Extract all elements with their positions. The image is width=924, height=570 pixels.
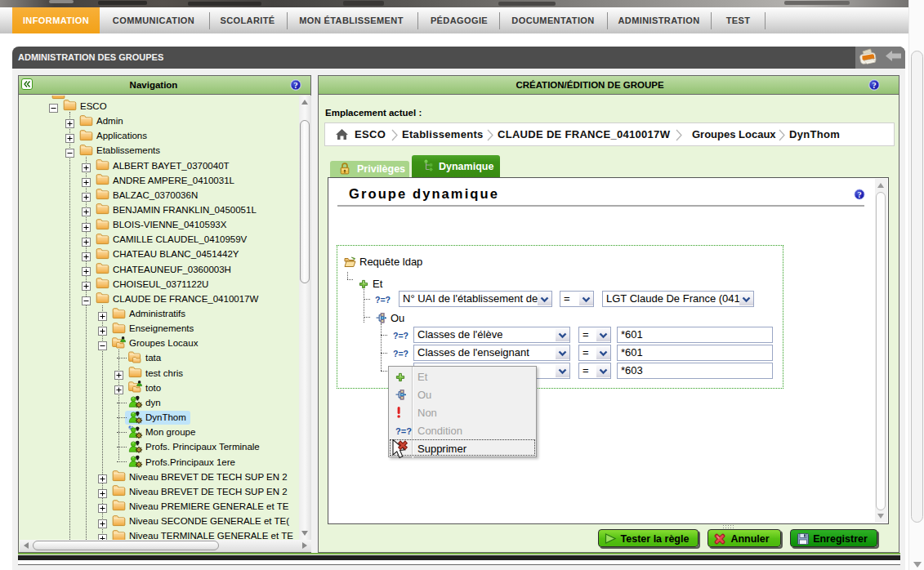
svg-text:?: ? bbox=[857, 190, 861, 199]
svg-text:?: ? bbox=[872, 81, 876, 90]
svg-text:?: ? bbox=[293, 81, 297, 90]
svg-text:?=?: ?=? bbox=[395, 426, 412, 436]
